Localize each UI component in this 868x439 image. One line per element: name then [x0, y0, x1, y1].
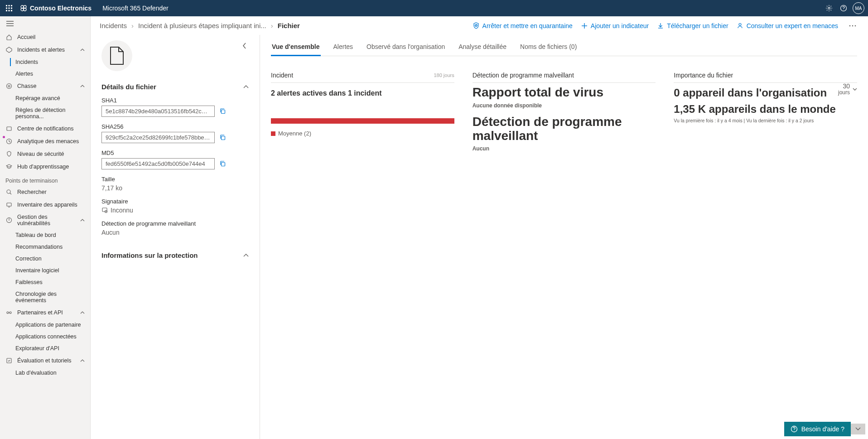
nav-home[interactable]: Accueil [0, 31, 90, 43]
nav-secure-score[interactable]: Niveau de sécurité [0, 148, 90, 160]
svg-rect-5 [11, 8, 12, 9]
nav-collapse-icon[interactable] [0, 16, 90, 31]
page-actions: Arrêter et mettre en quarantaine Ajouter… [473, 22, 859, 29]
devices-icon [5, 201, 13, 208]
global-header: Contoso Electronics Microsoft 365 Defend… [0, 0, 868, 16]
chevron-up-icon [243, 254, 249, 257]
svg-point-22 [7, 190, 10, 193]
body-split: Détails du fichier SHA1 SHA256 [91, 35, 868, 439]
action-stop-quarantine[interactable]: Arrêter et mettre en quarantaine [473, 22, 573, 29]
field-signer: Signataire Inconnu [101, 198, 249, 214]
nav-connected-apps[interactable]: Applications connectées [0, 331, 90, 343]
svg-point-11 [21, 8, 24, 11]
svg-rect-44 [102, 208, 107, 212]
field-sha256: SHA256 [101, 123, 249, 143]
app-launcher-icon[interactable] [4, 3, 14, 14]
nav-eval-lab[interactable]: Lab d'évaluation [0, 367, 90, 379]
help-button[interactable]: Besoin d'aide ? [784, 422, 851, 436]
nav-advanced-hunting[interactable]: Repérage avancé [0, 92, 90, 104]
nav-incidents[interactable]: Incidents [0, 56, 90, 68]
home-icon [5, 34, 13, 41]
nav-dashboard[interactable]: Tableau de bord [0, 229, 90, 241]
user-avatar[interactable]: MA [853, 2, 864, 14]
svg-point-19 [8, 85, 10, 87]
svg-rect-2 [11, 5, 12, 6]
copy-sha1-icon[interactable] [218, 107, 227, 116]
help-floating: Besoin d'aide ? [784, 422, 865, 436]
left-nav: Accueil Incidents et alertes Incidents A… [0, 16, 91, 439]
chevron-up-icon [80, 359, 85, 362]
card-file-importance: Importance du fichier 0 appareil dans l'… [674, 72, 857, 152]
nav-custom-detection[interactable]: Règles de détection personna... [0, 104, 90, 122]
overview-main: Vue d'ensemble Alertes Observé dans l'or… [260, 35, 868, 439]
md5-input[interactable] [101, 158, 215, 169]
svg-point-9 [21, 5, 24, 8]
help-icon[interactable] [836, 1, 851, 15]
field-md5: MD5 [101, 150, 249, 169]
breadcrumb-row: Incidents › Incident à plusieurs étapes … [91, 16, 868, 35]
breadcrumb-incidents[interactable]: Incidents [100, 22, 127, 29]
nav-eval-tutorials[interactable]: Évaluation et tutoriels [0, 354, 90, 367]
nav-device-inventory[interactable]: Inventaire des appareils [0, 198, 90, 211]
search-icon [5, 188, 13, 196]
help-dropdown-toggle[interactable] [851, 424, 865, 434]
nav-api-explorer[interactable]: Explorateur d'API [0, 343, 90, 354]
svg-point-13 [828, 7, 830, 9]
nav-remediation[interactable]: Correction [0, 253, 90, 265]
section-protection-info[interactable]: Informations sur la protection [101, 251, 249, 259]
nav-event-timeline[interactable]: Chronologie des événements [0, 288, 90, 306]
tab-deep-analysis[interactable]: Analyse détaillée [458, 39, 507, 56]
tab-alerts[interactable]: Alertes [333, 39, 354, 56]
svg-rect-42 [221, 136, 225, 140]
action-consult-expert[interactable]: Consulter un expert en menaces [737, 22, 838, 29]
copy-sha256-icon[interactable] [218, 134, 227, 142]
nav-vuln-mgmt[interactable]: Gestion des vulnérabilités [0, 211, 90, 229]
nav-search[interactable]: Rechercher [0, 186, 90, 198]
nav-recommendations[interactable]: Recommandations [0, 241, 90, 253]
svg-rect-41 [221, 110, 225, 114]
svg-rect-6 [6, 10, 7, 11]
collapse-details-icon[interactable] [241, 40, 249, 51]
nav-incidents-alerts[interactable]: Incidents et alertes [0, 43, 90, 56]
action-download-file[interactable]: Télécharger un fichier [657, 22, 728, 29]
field-malware-detection: Détection de programme malveillant Aucun [101, 220, 249, 236]
tab-overview[interactable]: Vue d'ensemble [271, 39, 321, 56]
svg-rect-0 [6, 5, 7, 6]
svg-line-32 [475, 24, 477, 26]
download-icon [657, 22, 664, 29]
svg-point-38 [849, 25, 851, 26]
more-actions-icon[interactable] [846, 25, 859, 27]
card-malware-detection: Détection de programme malveillant Rappo… [473, 72, 656, 152]
incidents-icon [5, 46, 13, 53]
org-logo-icon [20, 5, 27, 12]
nav-threat-analytics[interactable]: Analytique des menaces [0, 135, 90, 148]
sha256-input[interactable] [101, 132, 215, 143]
threat-analytics-icon [5, 138, 13, 145]
breadcrumb: Incidents › Incident à plusieurs étapes … [100, 22, 300, 29]
nav-partner-apps[interactable]: Applications de partenaire [0, 319, 90, 331]
svg-point-12 [24, 8, 26, 11]
action-add-indicator[interactable]: Ajouter un indicateur [581, 22, 649, 29]
tab-file-names[interactable]: Noms de fichiers (0) [519, 39, 578, 56]
nav-hunting[interactable]: Chasse [0, 80, 90, 92]
partners-icon [5, 309, 13, 316]
settings-icon[interactable] [822, 1, 836, 15]
copy-md5-icon[interactable] [218, 160, 227, 168]
breadcrumb-current: Fichier [278, 22, 300, 29]
nav-section-endpoints: Points de terminaison [0, 173, 90, 186]
nav-software-inventory[interactable]: Inventaire logiciel [0, 265, 90, 276]
chevron-up-icon [80, 48, 85, 51]
vuln-icon [5, 217, 13, 224]
nav-learning-hub[interactable]: Hub d'apprentissage [0, 160, 90, 173]
time-range-selector[interactable]: 30 jours [838, 83, 857, 96]
sha1-input[interactable] [101, 106, 215, 117]
nav-alerts[interactable]: Alertes [0, 68, 90, 80]
certificate-icon [101, 207, 108, 213]
breadcrumb-incident-detail[interactable]: Incident à plusieurs étapes impliquant i… [138, 22, 266, 29]
nav-weaknesses[interactable]: Faiblesses [0, 276, 90, 288]
file-icon [101, 40, 132, 71]
section-file-details[interactable]: Détails du fichier [101, 83, 249, 91]
nav-action-center[interactable]: Centre de notifications [0, 122, 90, 135]
tab-observed[interactable]: Observé dans l'organisation [366, 39, 446, 56]
nav-partners-api[interactable]: Partenaires et API [0, 306, 90, 319]
